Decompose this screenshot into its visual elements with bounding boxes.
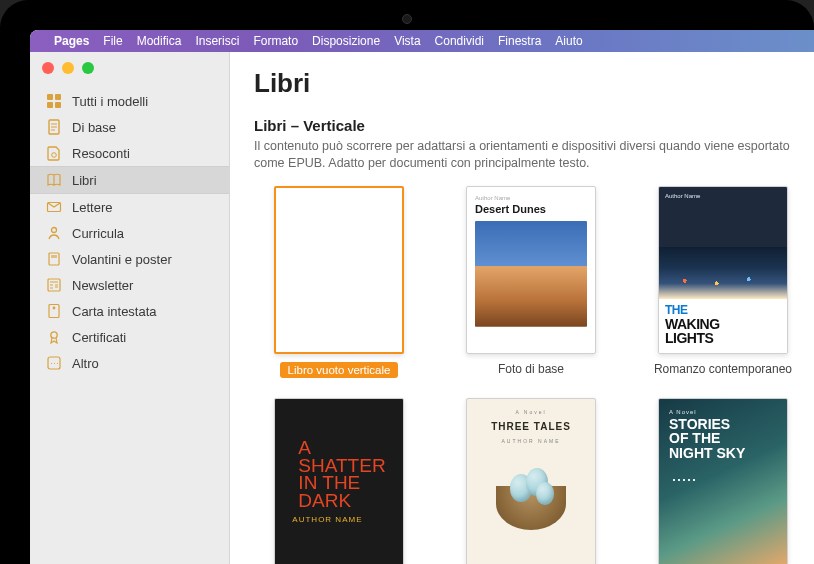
- window-controls: [30, 52, 229, 84]
- svg-rect-1: [55, 94, 61, 100]
- sidebar-item-label: Lettere: [72, 200, 112, 215]
- template-thumbnail: [274, 186, 404, 354]
- cover-line2: WAKING: [665, 317, 781, 331]
- cover-stars: [673, 479, 695, 481]
- svg-rect-18: [49, 305, 59, 318]
- sidebar-item-more[interactable]: ⋯ Altro: [30, 350, 229, 376]
- menubar-item-app[interactable]: Pages: [54, 34, 89, 48]
- template-chooser-window: Tutti i modelli Di base Resoconti: [30, 52, 814, 564]
- sidebar-item-certificates[interactable]: Certificati: [30, 324, 229, 350]
- sidebar-item-basic[interactable]: Di base: [30, 114, 229, 140]
- sidebar-item-label: Carta intestata: [72, 304, 157, 319]
- zoom-window-button[interactable]: [82, 62, 94, 74]
- cover-line1: THE: [665, 303, 781, 317]
- sidebar-item-label: Libri: [72, 173, 97, 188]
- template-label: Foto di base: [498, 362, 564, 376]
- sidebar-item-all-templates[interactable]: Tutti i modelli: [30, 88, 229, 114]
- template-label: Libro vuoto verticale: [280, 362, 399, 378]
- cover-line3: LIGHTS: [665, 331, 781, 345]
- template-grid: Libro vuoto verticale Author Name Desert…: [254, 186, 814, 564]
- sidebar-item-label: Curricula: [72, 226, 124, 241]
- doc-icon: [46, 119, 62, 135]
- person-icon: [46, 225, 62, 241]
- template-thumbnail: Author Name THE WAKING LIGHTS: [658, 186, 788, 354]
- svg-rect-13: [48, 279, 60, 291]
- sidebar-item-books[interactable]: Libri: [30, 166, 229, 194]
- svg-rect-2: [47, 102, 53, 108]
- sidebar-list: Tutti i modelli Di base Resoconti: [30, 84, 229, 380]
- more-icon: ⋯: [46, 355, 62, 371]
- cover-pretitle: A Novel: [669, 409, 777, 415]
- section-description: Il contenuto può scorrere per adattarsi …: [254, 138, 814, 172]
- menubar-item-view[interactable]: Vista: [394, 34, 420, 48]
- sidebar-item-flyers[interactable]: Volantini e poster: [30, 246, 229, 272]
- template-thumbnail: A SHATTER IN THE DARK AUTHOR NAME: [274, 398, 404, 564]
- menubar-item-file[interactable]: File: [103, 34, 122, 48]
- cover-author: Author Name: [665, 193, 700, 199]
- cover-image: [492, 456, 570, 534]
- menubar-item-share[interactable]: Condividi: [435, 34, 484, 48]
- cover-title: Desert Dunes: [475, 203, 587, 215]
- device-frame: Pages File Modifica Inserisci Formato Di…: [0, 0, 814, 564]
- sidebar-item-resumes[interactable]: Curricula: [30, 220, 229, 246]
- template-label: Romanzo contemporaneo: [654, 362, 792, 376]
- book-icon: [46, 172, 62, 188]
- cover-title: STORIES OF THE NIGHT SKY: [669, 417, 777, 461]
- template-three-tales[interactable]: A Novel THREE TALES AUTHOR NAME: [446, 398, 616, 564]
- sidebar-item-label: Resoconti: [72, 146, 130, 161]
- newsletter-icon: [46, 277, 62, 293]
- camera-dot: [402, 14, 412, 24]
- badge-icon: [46, 329, 62, 345]
- screen: Pages File Modifica Inserisci Formato Di…: [30, 30, 814, 564]
- menubar-item-insert[interactable]: Inserisci: [195, 34, 239, 48]
- sidebar-item-label: Newsletter: [72, 278, 133, 293]
- svg-point-8: [52, 153, 57, 158]
- sidebar-item-newsletter[interactable]: Newsletter: [30, 272, 229, 298]
- close-window-button[interactable]: [42, 62, 54, 74]
- content-area: Libri Libri – Verticale Il contenuto può…: [230, 52, 814, 564]
- sidebar-item-label: Altro: [72, 356, 99, 371]
- template-night-sky[interactable]: A Novel STORIES OF THE NIGHT SKY: [638, 398, 808, 564]
- letterhead-icon: [46, 303, 62, 319]
- svg-rect-12: [51, 255, 57, 258]
- sidebar-item-letters[interactable]: Lettere: [30, 194, 229, 220]
- sidebar-item-label: Di base: [72, 120, 116, 135]
- svg-point-20: [51, 332, 57, 338]
- page-title: Libri: [254, 68, 814, 99]
- menubar-item-arrange[interactable]: Disposizione: [312, 34, 380, 48]
- cover-author: AUTHOR NAME: [502, 438, 561, 444]
- svg-rect-0: [47, 94, 53, 100]
- sidebar-item-reports[interactable]: Resoconti: [30, 140, 229, 166]
- grid-icon: [46, 93, 62, 109]
- minimize-window-button[interactable]: [62, 62, 74, 74]
- template-blank-portrait[interactable]: Libro vuoto verticale: [254, 186, 424, 378]
- svg-text:⋯: ⋯: [50, 359, 59, 369]
- section-title: Libri – Verticale: [254, 117, 814, 134]
- menubar-item-format[interactable]: Formato: [253, 34, 298, 48]
- cover-title: THREE TALES: [491, 421, 571, 432]
- sidebar-item-label: Certificati: [72, 330, 126, 345]
- template-thumbnail: A Novel STORIES OF THE NIGHT SKY: [658, 398, 788, 564]
- cover-image: [475, 221, 587, 327]
- menubar-item-window[interactable]: Finestra: [498, 34, 541, 48]
- menubar-item-edit[interactable]: Modifica: [137, 34, 182, 48]
- cover-title: A SHATTER IN THE DARK: [292, 439, 385, 509]
- cover-author: AUTHOR NAME: [292, 515, 385, 524]
- flyer-icon: [46, 251, 62, 267]
- template-thumbnail: Author Name Desert Dunes: [466, 186, 596, 354]
- sidebar-item-label: Tutti i modelli: [72, 94, 148, 109]
- report-icon: [46, 145, 62, 161]
- template-thumbnail: A Novel THREE TALES AUTHOR NAME: [466, 398, 596, 564]
- svg-point-10: [52, 228, 57, 233]
- sidebar-item-label: Volantini e poster: [72, 252, 172, 267]
- template-photo-basic[interactable]: Author Name Desert Dunes Foto di base: [446, 186, 616, 378]
- svg-rect-3: [55, 102, 61, 108]
- svg-rect-17: [55, 284, 58, 288]
- template-contemporary-novel[interactable]: Author Name THE WAKING LIGHTS Romanzo co…: [638, 186, 808, 378]
- svg-rect-11: [49, 253, 59, 265]
- menubar-item-help[interactable]: Aiuto: [555, 34, 582, 48]
- template-shatter-dark[interactable]: A SHATTER IN THE DARK AUTHOR NAME: [254, 398, 424, 564]
- cover-image: [659, 247, 787, 299]
- sidebar-item-stationery[interactable]: Carta intestata: [30, 298, 229, 324]
- menubar: Pages File Modifica Inserisci Formato Di…: [30, 30, 814, 52]
